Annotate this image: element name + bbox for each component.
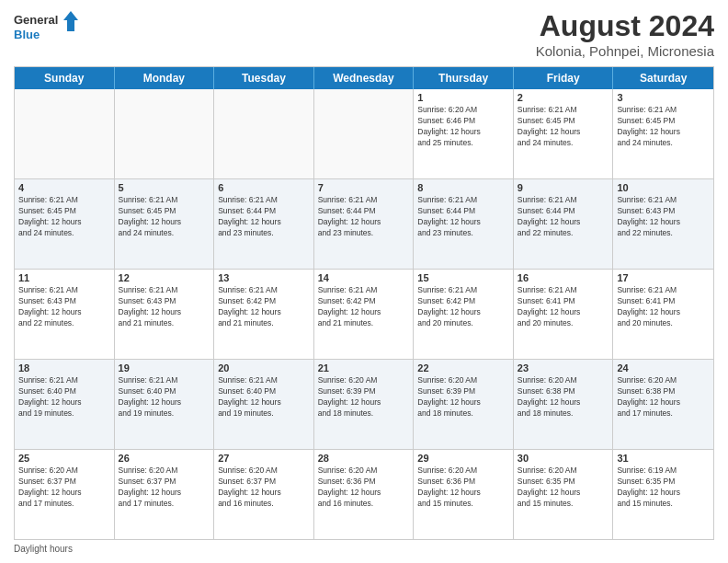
day-info-13: Sunrise: 6:21 AMSunset: 6:42 PMDaylight:… <box>218 285 310 329</box>
day-info-7: Sunrise: 6:21 AMSunset: 6:44 PMDaylight:… <box>318 195 410 239</box>
day-number-20: 20 <box>218 362 310 373</box>
day-cell-19: 19Sunrise: 6:21 AMSunset: 6:40 PMDayligh… <box>115 360 215 449</box>
day-info-17: Sunrise: 6:21 AMSunset: 6:41 PMDaylight:… <box>617 285 710 329</box>
day-cell-28: 28Sunrise: 6:20 AMSunset: 6:36 PMDayligh… <box>314 450 415 539</box>
day-number-31: 31 <box>617 453 710 464</box>
day-cell-10: 10Sunrise: 6:21 AMSunset: 6:43 PMDayligh… <box>613 179 713 269</box>
day-number-24: 24 <box>617 362 710 373</box>
day-cell-11: 11Sunrise: 6:21 AMSunset: 6:43 PMDayligh… <box>15 270 115 359</box>
day-cell-1: 1Sunrise: 6:20 AMSunset: 6:46 PMDaylight… <box>414 89 514 178</box>
day-cell-15: 15Sunrise: 6:21 AMSunset: 6:42 PMDayligh… <box>414 270 514 359</box>
day-cell-20: 20Sunrise: 6:21 AMSunset: 6:40 PMDayligh… <box>214 360 314 449</box>
day-number-22: 22 <box>417 362 509 373</box>
day-info-25: Sunrise: 6:20 AMSunset: 6:37 PMDaylight:… <box>18 465 110 510</box>
logo: General Blue <box>14 9 78 46</box>
day-cell-22: 22Sunrise: 6:20 AMSunset: 6:39 PMDayligh… <box>414 360 514 449</box>
day-number-18: 18 <box>18 362 110 373</box>
day-info-28: Sunrise: 6:20 AMSunset: 6:36 PMDaylight:… <box>318 465 410 510</box>
day-number-26: 26 <box>119 453 210 464</box>
day-info-21: Sunrise: 6:20 AMSunset: 6:39 PMDaylight:… <box>318 375 410 419</box>
day-cell-21: 21Sunrise: 6:20 AMSunset: 6:39 PMDayligh… <box>314 360 415 449</box>
day-info-22: Sunrise: 6:20 AMSunset: 6:39 PMDaylight:… <box>417 375 509 419</box>
day-cell-23: 23Sunrise: 6:20 AMSunset: 6:38 PMDayligh… <box>514 360 614 449</box>
day-info-11: Sunrise: 6:21 AMSunset: 6:43 PMDaylight:… <box>18 285 110 329</box>
day-number-21: 21 <box>318 362 410 373</box>
day-number-7: 7 <box>318 182 410 193</box>
week-row-1: 1Sunrise: 6:20 AMSunset: 6:46 PMDaylight… <box>15 89 713 179</box>
day-number-2: 2 <box>518 92 609 103</box>
logo-svg: General Blue <box>14 9 78 46</box>
day-cell-31: 31Sunrise: 6:19 AMSunset: 6:35 PMDayligh… <box>613 450 713 539</box>
day-info-4: Sunrise: 6:21 AMSunset: 6:45 PMDaylight:… <box>18 195 110 239</box>
day-info-19: Sunrise: 6:21 AMSunset: 6:40 PMDaylight:… <box>119 375 210 419</box>
day-info-12: Sunrise: 6:21 AMSunset: 6:43 PMDaylight:… <box>119 285 210 329</box>
day-info-5: Sunrise: 6:21 AMSunset: 6:45 PMDaylight:… <box>119 195 210 239</box>
day-info-14: Sunrise: 6:21 AMSunset: 6:42 PMDaylight:… <box>318 285 410 329</box>
header-thursday: Thursday <box>414 67 514 89</box>
day-cell-16: 16Sunrise: 6:21 AMSunset: 6:41 PMDayligh… <box>514 270 614 359</box>
day-cell-empty-0-2 <box>214 89 314 178</box>
footer-note: Daylight hours <box>14 544 714 554</box>
day-info-27: Sunrise: 6:20 AMSunset: 6:37 PMDaylight:… <box>218 465 310 510</box>
day-number-17: 17 <box>617 272 710 283</box>
day-info-18: Sunrise: 6:21 AMSunset: 6:40 PMDaylight:… <box>18 375 110 419</box>
day-number-10: 10 <box>617 182 710 193</box>
header-sunday: Sunday <box>15 67 115 89</box>
week-row-3: 11Sunrise: 6:21 AMSunset: 6:43 PMDayligh… <box>15 270 713 360</box>
day-cell-empty-0-3 <box>314 89 415 178</box>
day-number-16: 16 <box>518 272 609 283</box>
day-cell-6: 6Sunrise: 6:21 AMSunset: 6:44 PMDaylight… <box>214 179 314 269</box>
day-info-20: Sunrise: 6:21 AMSunset: 6:40 PMDaylight:… <box>218 375 310 419</box>
day-cell-9: 9Sunrise: 6:21 AMSunset: 6:44 PMDaylight… <box>514 179 614 269</box>
day-cell-26: 26Sunrise: 6:20 AMSunset: 6:37 PMDayligh… <box>115 450 215 539</box>
calendar: SundayMondayTuesdayWednesdayThursdayFrid… <box>14 66 714 540</box>
day-info-3: Sunrise: 6:21 AMSunset: 6:45 PMDaylight:… <box>617 105 710 149</box>
day-cell-13: 13Sunrise: 6:21 AMSunset: 6:42 PMDayligh… <box>214 270 314 359</box>
day-number-3: 3 <box>617 92 710 103</box>
header-monday: Monday <box>115 67 215 89</box>
day-cell-empty-0-1 <box>115 89 215 178</box>
day-cell-5: 5Sunrise: 6:21 AMSunset: 6:45 PMDaylight… <box>115 179 215 269</box>
page-subtitle: Kolonia, Pohnpei, Micronesia <box>536 43 714 59</box>
calendar-header: SundayMondayTuesdayWednesdayThursdayFrid… <box>15 67 713 89</box>
day-cell-7: 7Sunrise: 6:21 AMSunset: 6:44 PMDaylight… <box>314 179 415 269</box>
header-wednesday: Wednesday <box>314 67 415 89</box>
day-number-27: 27 <box>218 453 310 464</box>
svg-marker-2 <box>63 11 78 31</box>
day-cell-3: 3Sunrise: 6:21 AMSunset: 6:45 PMDaylight… <box>613 89 713 178</box>
week-row-5: 25Sunrise: 6:20 AMSunset: 6:37 PMDayligh… <box>15 450 713 539</box>
day-info-8: Sunrise: 6:21 AMSunset: 6:44 PMDaylight:… <box>417 195 509 239</box>
day-info-6: Sunrise: 6:21 AMSunset: 6:44 PMDaylight:… <box>218 195 310 239</box>
day-number-25: 25 <box>18 453 110 464</box>
day-cell-14: 14Sunrise: 6:21 AMSunset: 6:42 PMDayligh… <box>314 270 415 359</box>
week-row-2: 4Sunrise: 6:21 AMSunset: 6:45 PMDaylight… <box>15 179 713 270</box>
day-number-13: 13 <box>218 272 310 283</box>
day-cell-12: 12Sunrise: 6:21 AMSunset: 6:43 PMDayligh… <box>115 270 215 359</box>
day-cell-29: 29Sunrise: 6:20 AMSunset: 6:36 PMDayligh… <box>414 450 514 539</box>
day-number-4: 4 <box>18 182 110 193</box>
day-info-23: Sunrise: 6:20 AMSunset: 6:38 PMDaylight:… <box>518 375 609 419</box>
day-cell-8: 8Sunrise: 6:21 AMSunset: 6:44 PMDaylight… <box>414 179 514 269</box>
day-info-2: Sunrise: 6:21 AMSunset: 6:45 PMDaylight:… <box>518 105 609 149</box>
day-cell-18: 18Sunrise: 6:21 AMSunset: 6:40 PMDayligh… <box>15 360 115 449</box>
day-info-26: Sunrise: 6:20 AMSunset: 6:37 PMDaylight:… <box>119 465 210 510</box>
day-info-1: Sunrise: 6:20 AMSunset: 6:46 PMDaylight:… <box>417 105 509 149</box>
day-number-9: 9 <box>518 182 609 193</box>
header-friday: Friday <box>514 67 614 89</box>
title-block: August 2024 Kolonia, Pohnpei, Micronesia <box>536 9 714 59</box>
header-tuesday: Tuesday <box>214 67 314 89</box>
day-cell-empty-0-0 <box>15 89 115 178</box>
day-info-9: Sunrise: 6:21 AMSunset: 6:44 PMDaylight:… <box>518 195 609 239</box>
day-number-15: 15 <box>417 272 509 283</box>
day-number-1: 1 <box>417 92 509 103</box>
header-saturday: Saturday <box>613 67 713 89</box>
day-info-29: Sunrise: 6:20 AMSunset: 6:36 PMDaylight:… <box>417 465 509 510</box>
day-number-12: 12 <box>119 272 210 283</box>
day-info-30: Sunrise: 6:20 AMSunset: 6:35 PMDaylight:… <box>518 465 609 510</box>
svg-text:Blue: Blue <box>14 28 40 41</box>
day-info-16: Sunrise: 6:21 AMSunset: 6:41 PMDaylight:… <box>518 285 609 329</box>
page-title: August 2024 <box>536 9 714 43</box>
day-number-14: 14 <box>318 272 410 283</box>
day-cell-24: 24Sunrise: 6:20 AMSunset: 6:38 PMDayligh… <box>613 360 713 449</box>
day-number-5: 5 <box>119 182 210 193</box>
